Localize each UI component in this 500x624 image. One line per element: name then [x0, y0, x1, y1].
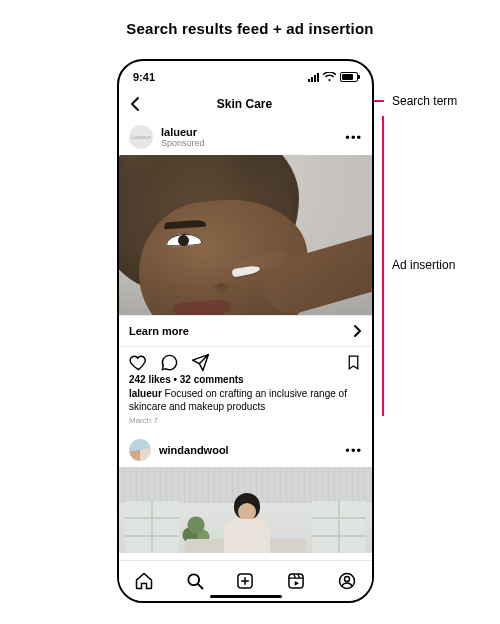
ad-post-image[interactable] [119, 155, 372, 315]
nav-home-button[interactable] [130, 567, 158, 595]
search-icon [185, 571, 205, 591]
nav-search-button[interactable] [181, 567, 209, 595]
nav-create-button[interactable] [231, 567, 259, 595]
ad-post-header: Lalueur lalueur Sponsored ••• [119, 119, 372, 155]
ad-caption-text: Focused on crafting an inclusive range o… [129, 388, 347, 412]
ad-sponsored-label: Sponsored [161, 138, 205, 149]
cellular-signal-icon [308, 73, 319, 82]
home-indicator [210, 595, 282, 598]
annotation-bar-ad-insertion [382, 116, 384, 416]
ad-post-more-button[interactable]: ••• [345, 130, 362, 145]
like-button[interactable] [129, 353, 148, 372]
share-button[interactable] [191, 353, 210, 372]
annotation-label-ad-insertion: Ad insertion [392, 258, 455, 272]
ad-likes-line[interactable]: 242 likes • 32 comments [119, 374, 372, 385]
chevron-right-icon [352, 324, 362, 338]
annotation-label-search-term: Search term [392, 94, 457, 108]
save-button[interactable] [345, 353, 362, 372]
ad-account-avatar[interactable]: Lalueur [129, 125, 153, 149]
svg-rect-2 [289, 574, 303, 588]
reels-icon [286, 571, 306, 591]
ad-cta-label: Learn more [129, 325, 189, 337]
feed-scroll-area[interactable]: Lalueur lalueur Sponsored ••• [119, 119, 372, 561]
wifi-icon [323, 72, 336, 82]
ad-post-date: March 7 [119, 413, 372, 433]
search-results-header: Skin Care [119, 89, 372, 119]
heart-icon [129, 353, 148, 372]
page-title: Search results feed + ad insertion [0, 20, 500, 37]
phone-device-frame: 9:41 Skin Care Lalueur lalueur [117, 59, 374, 603]
nav-reels-button[interactable] [282, 567, 310, 595]
ad-cta-bar[interactable]: Learn more [119, 315, 372, 347]
svg-point-4 [344, 576, 349, 581]
profile-icon [337, 571, 357, 591]
svg-point-0 [188, 574, 199, 585]
ad-account-name[interactable]: lalueur [161, 126, 205, 138]
ad-action-row [119, 347, 372, 374]
status-bar: 9:41 [119, 61, 372, 89]
send-icon [191, 353, 210, 372]
bottom-nav [119, 560, 372, 601]
status-time: 9:41 [133, 71, 155, 83]
search-term-title[interactable]: Skin Care [147, 97, 362, 111]
bookmark-icon [345, 353, 362, 372]
post2-account-avatar[interactable] [129, 439, 151, 461]
home-icon [134, 571, 154, 591]
comment-icon [160, 353, 179, 372]
back-button[interactable] [129, 94, 147, 114]
post2-account-name[interactable]: windandwool [159, 444, 229, 456]
ad-caption-account[interactable]: lalueur [129, 388, 162, 399]
post2-more-button[interactable]: ••• [345, 443, 362, 458]
ad-caption[interactable]: lalueur Focused on crafting an inclusive… [119, 385, 372, 413]
post2-header: windandwool ••• [119, 433, 372, 467]
battery-icon [340, 72, 358, 82]
nav-profile-button[interactable] [333, 567, 361, 595]
plus-square-icon [235, 571, 255, 591]
post2-image[interactable] [119, 467, 372, 553]
comment-button[interactable] [160, 353, 179, 372]
chevron-left-icon [129, 96, 141, 112]
